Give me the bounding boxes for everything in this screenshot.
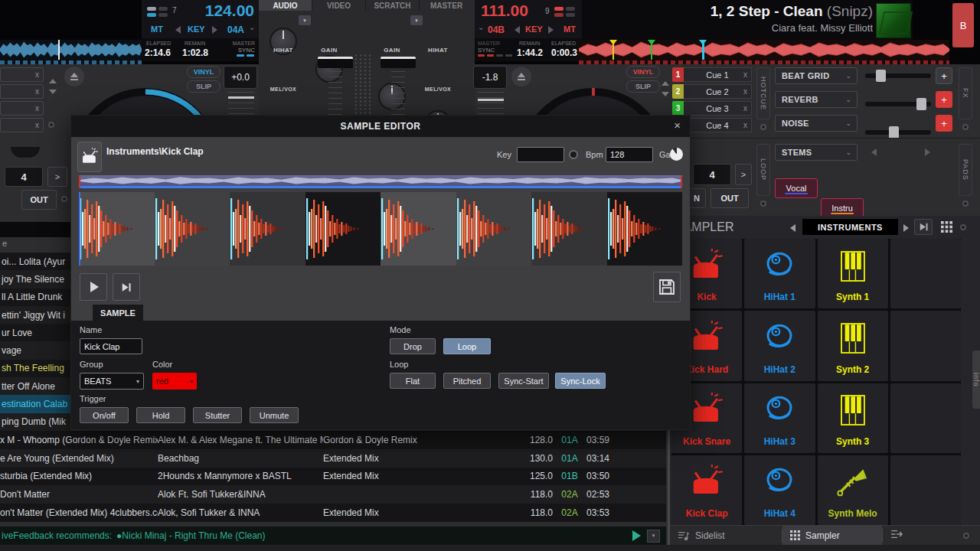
slot-close[interactable]: x [35, 121, 39, 129]
dialog-titlebar[interactable]: SAMPLE EDITOR × [71, 116, 690, 137]
deck-b-loop-out-button[interactable]: OUT [710, 188, 749, 208]
table-row[interactable]: Don't Matter Alok Ft. Sofi Tukker&INNA 1… [0, 485, 666, 504]
gain-knob[interactable] [670, 148, 683, 161]
deck-b-waveform[interactable] [579, 40, 949, 64]
deck-b-key-value[interactable]: 04B [488, 24, 505, 35]
sampler-pad-synth-melo[interactable]: Synth Melo [818, 455, 888, 525]
sampler-pad-hihat2[interactable]: HiHat 2 [744, 311, 815, 380]
tab-audio[interactable]: AUDIO [259, 0, 312, 11]
volume-fader-right[interactable] [381, 55, 416, 115]
sample-waveform[interactable] [79, 192, 682, 266]
tracklist-item[interactable]: sh The Feelling [0, 360, 70, 377]
trigger-hold-button[interactable]: Hold [136, 407, 185, 423]
deck-a-loop-out-button[interactable]: OUT [21, 190, 57, 210]
hotcue-2-badge[interactable]: 2 [672, 84, 684, 99]
tracklist-item-selected[interactable]: estination Calab [0, 395, 70, 412]
deck-a-key-chevron-icon[interactable]: ⌄ [249, 23, 255, 31]
hotcue-3-badge[interactable]: 3 [672, 101, 684, 116]
loop-pitched-button[interactable]: Pitched [443, 373, 491, 389]
deck-a-slip-button[interactable]: SLIP [187, 80, 220, 93]
deck-b-pitch-display[interactable]: -1.8 [473, 66, 507, 89]
mode-loop-button[interactable]: Loop [443, 338, 491, 354]
deck-a-bpm[interactable]: 124.00 [205, 2, 254, 20]
key-knob[interactable] [569, 150, 578, 159]
hotcue-remove[interactable]: x [743, 87, 747, 96]
deck-a-loop-size[interactable]: 4 [5, 167, 43, 187]
album-art[interactable] [876, 3, 911, 38]
deck-a-key-value[interactable]: 04A [227, 24, 244, 35]
deck-a-vinyl-button[interactable]: VINYL [187, 66, 220, 78]
sampler-pad-empty[interactable] [890, 383, 961, 453]
sample-slot-3[interactable]: x [0, 101, 44, 116]
sync-label[interactable]: SYNC [238, 47, 255, 54]
close-icon[interactable]: × [674, 119, 681, 132]
deck-b-key-down-arrow[interactable] [514, 26, 520, 34]
key-input[interactable] [517, 147, 564, 162]
trigger-unmute-button[interactable]: Unmute [250, 407, 299, 423]
deck-b-slip-button[interactable]: SLIP [626, 80, 660, 93]
deck-b-key-label[interactable]: KEY [525, 24, 543, 34]
deck-b-eject-button[interactable] [511, 67, 531, 86]
color-select[interactable]: red▾ [152, 373, 197, 390]
tracklist-item[interactable]: tter Off Alone [0, 377, 70, 395]
deck-b-loop-next-button[interactable]: > [735, 164, 752, 185]
hotcue-scroll-up[interactable] [662, 81, 669, 86]
sample-slot-4[interactable]: x [0, 118, 44, 132]
stem-vocal-button[interactable]: Vocal [775, 178, 818, 198]
volume-fader-left[interactable] [318, 55, 353, 115]
tracklist-item[interactable]: oi... Lolita (Ayur [0, 253, 70, 270]
sample-slot-1[interactable]: x [0, 67, 44, 82]
deck-b-key-up-arrow[interactable] [548, 26, 554, 34]
pads-panel-tab[interactable]: PADS [959, 144, 972, 196]
table-row[interactable]: on't Matter (Extended Mix) 4clubbers.com… [0, 504, 666, 522]
tab-scratch[interactable]: SCRATCH [366, 0, 420, 11]
deck-a-eject-button[interactable] [64, 67, 84, 86]
hotcue-2[interactable]: 2 Cue 2x [672, 84, 752, 99]
fx-panel-tab[interactable]: FX [959, 67, 972, 119]
fx-slot-3-select[interactable]: NOISE⌄ [775, 115, 858, 132]
sampler-pad-hihat3[interactable]: HiHat 3 [744, 383, 815, 453]
tab-sidelist[interactable]: Sidelist [670, 526, 782, 545]
deck-a-mt-button[interactable]: MT [151, 24, 163, 34]
slot-close[interactable]: x [35, 87, 39, 96]
name-input[interactable]: Kick Clap [80, 338, 142, 354]
hotcue-scroll-down[interactable] [662, 92, 669, 96]
eq-select-right[interactable]: ▼ [410, 15, 423, 25]
slot-scroll-down[interactable] [49, 90, 57, 94]
hotcue-3[interactable]: 3 Cue 3x [672, 101, 752, 116]
save-button[interactable] [653, 272, 681, 302]
fx-slot-2-slider[interactable] [865, 102, 931, 106]
sampler-bank-select[interactable]: INSTRUMENTS [802, 219, 898, 235]
sampler-bank-next[interactable] [903, 224, 909, 232]
tab-video[interactable]: VIDEO [312, 0, 366, 11]
fx-slot-1-select[interactable]: BEAT GRID⌄ [775, 67, 858, 84]
stems-prev-arrow[interactable] [871, 148, 877, 156]
automix-icon[interactable] [883, 529, 912, 543]
deck-a-key-label[interactable]: KEY [188, 24, 205, 34]
sampler-pad-synth2[interactable]: Synth 2 [818, 311, 888, 380]
fx-slot-1-slider[interactable] [865, 73, 931, 78]
loop-panel-tab[interactable]: LOOP [756, 144, 770, 196]
sampler-pad-hihat1[interactable]: HiHat 1 [744, 239, 815, 308]
hotcue-1-badge[interactable]: 1 [672, 67, 684, 82]
slot-close[interactable]: x [35, 104, 39, 112]
deck-a-pitch-display[interactable]: +0.0 [224, 66, 257, 89]
info-side-tab[interactable]: info [972, 350, 980, 409]
fx-slot-3-add-button[interactable]: + [936, 115, 952, 132]
table-row[interactable]: x M - Whoomp (Gordon & Doyle Remix)_Cmp3… [0, 431, 666, 449]
table-row[interactable]: e Are Young (Extended Mix) Beachbag Exte… [0, 449, 666, 468]
tracklist-item[interactable]: ping Dumb (Mik [0, 413, 70, 431]
fx-slot-2-add-button[interactable]: + [936, 91, 952, 108]
deck-a-key-up-arrow[interactable] [212, 26, 217, 34]
hotcue-remove[interactable]: x [743, 70, 747, 79]
sampler-pad-hihat4[interactable]: HiHat 4 [744, 455, 815, 525]
fx-slot-2-select[interactable]: REVERB⌄ [775, 91, 858, 108]
tracklist-item[interactable]: ll A Little Drunk [0, 289, 70, 306]
trigger-onoff-button[interactable]: On/off [80, 407, 129, 423]
loop-sync-lock-button[interactable]: Sync-Lock [555, 373, 606, 389]
deck-b-key-chevron-icon[interactable]: ⌄ [478, 23, 484, 31]
tracklist-item[interactable]: ur Love [0, 324, 70, 341]
deck-a-pitch-fader[interactable] [228, 92, 254, 115]
sampler-pad-empty[interactable] [890, 311, 961, 380]
bpm-input[interactable]: 128 [606, 147, 653, 162]
